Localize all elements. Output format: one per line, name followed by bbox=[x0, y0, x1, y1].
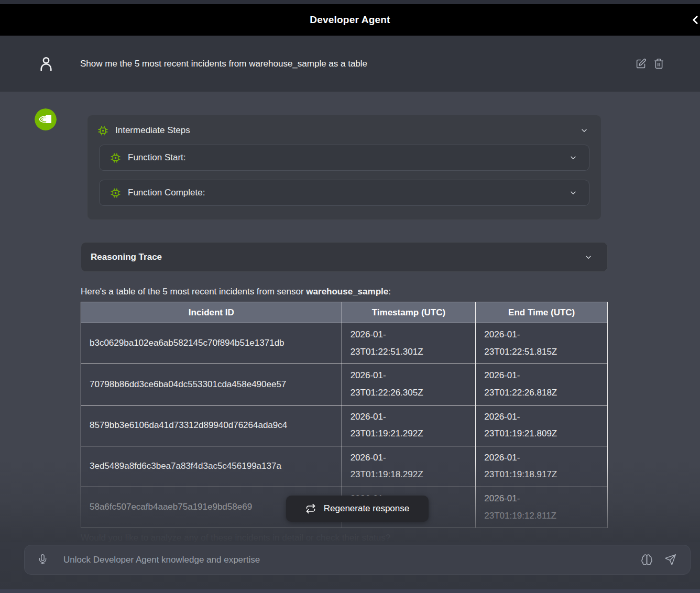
timestamp-cell: 2026-01-23T01:22:26.305Z bbox=[342, 364, 476, 405]
reasoning-trace-title: Reasoning Trace bbox=[91, 252, 162, 262]
trash-icon[interactable] bbox=[653, 58, 664, 69]
end-time-value: 2026-01-23T01:19:12.811Z bbox=[484, 490, 577, 524]
end-time-cell: 2026-01-23T01:19:12.811Z bbox=[476, 487, 608, 528]
chevron-down-icon[interactable] bbox=[569, 153, 577, 162]
app-header: Developer Agent bbox=[0, 4, 700, 36]
assistant-message-row: Intermediate Steps Function St bbox=[0, 92, 700, 543]
intro-sensor-name: warehouse_sample bbox=[306, 287, 388, 296]
table-row: 3ed5489a8fd6c3bea7a83f4d3ac5c456199a137a… bbox=[81, 446, 608, 487]
timestamp-cell: 2026-01-23T01:19:21.292Z bbox=[342, 405, 476, 446]
column-header-incident-id: Incident ID bbox=[81, 302, 342, 323]
window-bottom-strip bbox=[0, 589, 700, 593]
chip-icon bbox=[98, 126, 108, 136]
composer-actions bbox=[641, 554, 676, 566]
end-time-value: 2026-01-23T01:19:18.917Z bbox=[484, 449, 577, 484]
end-time-value: 2026-01-23T01:22:51.815Z bbox=[484, 326, 577, 360]
chat-input[interactable] bbox=[63, 555, 641, 565]
chip-icon bbox=[111, 153, 121, 163]
timestamp-value: 2026-01-23T01:22:51.301Z bbox=[351, 326, 444, 360]
chevron-left-icon[interactable] bbox=[689, 13, 700, 27]
timestamp-cell: 2026-01-23T01:19:18.292Z bbox=[342, 446, 476, 487]
composer-footer bbox=[0, 542, 700, 593]
intermediate-steps-panel: Intermediate Steps Function St bbox=[87, 115, 601, 220]
window-top-strip bbox=[0, 0, 700, 4]
message-actions bbox=[636, 58, 664, 69]
end-time-value: 2026-01-23T01:22:26.818Z bbox=[484, 367, 577, 401]
regenerate-response-button[interactable]: Regenerate response bbox=[286, 496, 429, 522]
page-title: Developer Agent bbox=[310, 14, 390, 26]
table-header-row: Incident ID Timestamp (UTC) End Time (UT… bbox=[81, 302, 608, 323]
column-header-end-time: End Time (UTC) bbox=[476, 302, 608, 323]
microphone-icon[interactable] bbox=[37, 554, 48, 566]
incident-id-cell: 8579bb3e6106da41d73312d89940d76264ada9c4 bbox=[81, 405, 342, 446]
column-header-timestamp: Timestamp (UTC) bbox=[342, 302, 476, 323]
intro-prefix: Here's a table of the 5 most recent inci… bbox=[81, 287, 306, 296]
end-time-cell: 2026-01-23T01:19:18.917Z bbox=[476, 446, 608, 487]
table-row: 8579bb3e6106da41d73312d89940d76264ada9c4… bbox=[81, 405, 608, 446]
table-row: 70798b86dd3ce6ba04dc553301cda458e490ee57… bbox=[81, 364, 608, 405]
regenerate-label: Regenerate response bbox=[324, 503, 410, 514]
table-intro-text: Here's a table of the 5 most recent inci… bbox=[81, 287, 608, 297]
function-complete-panel[interactable]: Function Complete: bbox=[99, 180, 589, 206]
function-start-panel[interactable]: Function Start: bbox=[99, 145, 589, 171]
edit-icon[interactable] bbox=[636, 58, 647, 69]
chevron-down-icon[interactable] bbox=[584, 253, 593, 261]
brain-icon[interactable] bbox=[641, 554, 653, 566]
user-message-row: Show me the 5 most recent incidents from… bbox=[0, 36, 700, 92]
reasoning-trace-panel[interactable]: Reasoning Trace bbox=[81, 242, 608, 272]
incidents-table: Incident ID Timestamp (UTC) End Time (UT… bbox=[81, 302, 608, 528]
timestamp-value: 2026-01-23T01:19:21.292Z bbox=[351, 409, 444, 443]
end-time-cell: 2026-01-23T01:19:21.809Z bbox=[476, 405, 608, 446]
incident-id-cell: 70798b86dd3ce6ba04dc553301cda458e490ee57 bbox=[81, 364, 342, 405]
user-message-text: Show me the 5 most recent incidents from… bbox=[80, 59, 636, 69]
timestamp-value: 2026-01-23T01:19:18.292Z bbox=[351, 449, 444, 484]
function-complete-label: Function Complete: bbox=[128, 188, 205, 198]
table-row: b3c0629ba102ea6ab582145c70f894b51e1371db… bbox=[81, 323, 608, 364]
function-start-label: Function Start: bbox=[128, 152, 186, 163]
assistant-message-content: Intermediate Steps Function St bbox=[81, 108, 608, 543]
intro-suffix: : bbox=[388, 287, 391, 296]
end-time-value: 2026-01-23T01:19:21.809Z bbox=[484, 409, 577, 443]
timestamp-value: 2026-01-23T01:22:26.305Z bbox=[351, 367, 444, 401]
chevron-down-icon[interactable] bbox=[569, 189, 577, 197]
intermediate-steps-header[interactable]: Intermediate Steps bbox=[88, 115, 601, 142]
end-time-cell: 2026-01-23T01:22:26.818Z bbox=[476, 364, 608, 405]
incident-id-cell: b3c0629ba102ea6ab582145c70f894b51e1371db bbox=[81, 323, 342, 364]
nvidia-logo-icon bbox=[35, 108, 57, 130]
incident-id-cell: 3ed5489a8fd6c3bea7a83f4d3ac5c456199a137a bbox=[81, 446, 342, 487]
composer-bar[interactable] bbox=[24, 545, 691, 575]
chevron-down-icon[interactable] bbox=[580, 126, 588, 135]
send-icon[interactable] bbox=[664, 554, 676, 566]
timestamp-cell: 2026-01-23T01:22:51.301Z bbox=[342, 323, 476, 364]
person-icon bbox=[37, 54, 56, 73]
intermediate-steps-title: Intermediate Steps bbox=[115, 125, 190, 136]
end-time-cell: 2026-01-23T01:22:51.815Z bbox=[476, 323, 608, 364]
chip-icon bbox=[111, 188, 121, 198]
repeat-icon bbox=[305, 503, 316, 514]
